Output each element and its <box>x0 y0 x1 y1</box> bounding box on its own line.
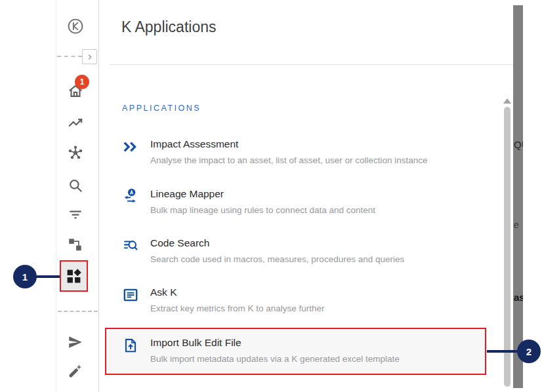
page-title: K Applications <box>121 18 216 36</box>
app-description: Analyse the impact to an asset, list of … <box>150 155 427 166</box>
background-text-fragment: e <box>514 220 519 230</box>
background-text-fragment: as <box>514 292 523 303</box>
app-description: Bulk map lineage using rules to connect … <box>150 205 375 216</box>
app-description: Bulk import metadata updates via a K gen… <box>150 354 400 364</box>
file-upload-icon <box>122 337 139 354</box>
ask-k-icon <box>122 286 139 304</box>
app-description: Extract key metrics from K to analyse fu… <box>150 304 325 314</box>
sidebar-top-divider <box>57 56 82 57</box>
app-item-lineage-mapper[interactable]: Lineage Mapper Bulk map lineage using ru… <box>122 187 375 216</box>
code-search-icon <box>122 237 139 254</box>
app-name: Import Bulk Edit File <box>150 336 400 349</box>
k-logo-icon[interactable] <box>67 18 84 35</box>
sidebar: 1 <box>56 0 99 392</box>
chevron-right-icon <box>85 52 94 62</box>
app-item-ask-k[interactable]: Ask K Extract key metrics from K to anal… <box>122 286 325 314</box>
annotation-2-connector <box>487 350 520 353</box>
annotation-1-marker: 1 <box>13 265 37 288</box>
send-icon[interactable] <box>67 334 84 351</box>
lineage-mapper-icon <box>122 188 139 205</box>
scrollbar-up-arrow[interactable] <box>503 98 511 104</box>
app-item-import-bulk-edit-file[interactable]: Import Bulk Edit File Bulk import metada… <box>122 336 400 364</box>
annotation-2-marker: 2 <box>517 340 541 363</box>
app-name: Lineage Mapper <box>150 187 375 200</box>
hierarchy-icon[interactable] <box>67 236 84 253</box>
annotation-1-connector <box>35 275 60 278</box>
app-item-code-search[interactable]: Code Search Search code used in macros, … <box>122 237 404 265</box>
title-divider <box>110 64 513 65</box>
hub-icon[interactable] <box>67 144 84 161</box>
magic-wand-icon[interactable] <box>67 363 84 380</box>
import-bulk-edit-annotation-box: Import Bulk Edit File Bulk import metada… <box>105 328 486 375</box>
background-text-fragment: QU <box>514 139 523 150</box>
impact-assessment-icon <box>122 138 139 155</box>
app-name: Code Search <box>150 237 404 249</box>
app-name: Ask K <box>150 286 325 298</box>
app-description: Search code used in macros, measures, pr… <box>150 254 404 265</box>
scrollbar-thumb[interactable] <box>504 107 511 387</box>
sidebar-bottom-divider <box>58 311 98 312</box>
underlying-page-edge: QU e as <box>513 5 523 388</box>
home-notification-badge: 1 <box>75 75 89 89</box>
trending-up-icon[interactable] <box>67 114 84 131</box>
app-name: Impact Assessment <box>150 138 427 150</box>
apps-icon[interactable] <box>66 267 83 284</box>
filter-icon[interactable] <box>67 206 84 223</box>
app-item-impact-assessment[interactable]: Impact Assessment Analyse the impact to … <box>122 138 427 166</box>
apps-annotation-box <box>60 260 88 292</box>
search-icon[interactable] <box>67 177 84 194</box>
applications-section-header: APPLICATIONS <box>122 104 201 113</box>
expand-panel-button[interactable] <box>82 49 97 64</box>
